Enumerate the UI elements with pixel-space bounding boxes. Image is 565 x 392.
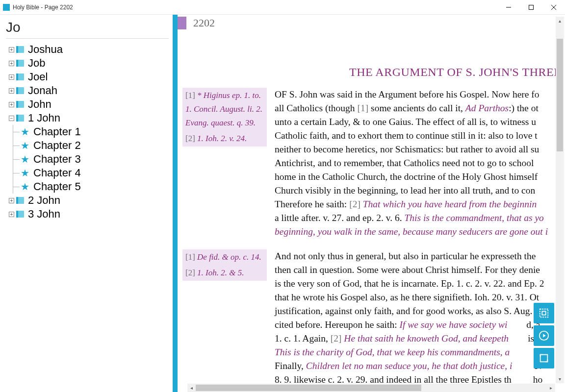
scroll-down-icon[interactable]: ▾ <box>556 375 564 383</box>
svg-marker-9 <box>543 334 546 337</box>
star-icon: ★ <box>21 125 29 139</box>
window-titlebar: Holy Bible - Page 2202 <box>0 0 565 15</box>
scroll-up-icon[interactable]: ▴ <box>556 17 564 25</box>
margin-note: [1] De fid. & op. c. 14. <box>182 249 267 265</box>
vertical-scrollbar[interactable]: ▴ ▾ <box>556 17 564 383</box>
svg-rect-10 <box>540 355 548 362</box>
book-icon <box>16 46 24 53</box>
scroll-thumb[interactable] <box>196 385 421 391</box>
expand-icon[interactable]: + <box>9 198 14 203</box>
tree-label: Joel <box>28 70 48 84</box>
book-icon <box>16 74 24 80</box>
tree-label: Chapter 4 <box>33 166 81 180</box>
search-row <box>6 20 169 39</box>
tree-item-1john[interactable]: −1 John <box>6 111 169 125</box>
star-icon: ★ <box>21 166 29 180</box>
book-icon <box>16 115 24 122</box>
layout-button[interactable] <box>534 303 554 323</box>
tree-label: Joshua <box>28 43 63 56</box>
tree-label: Chapter 3 <box>33 152 81 166</box>
star-icon: ★ <box>21 139 29 152</box>
tree-item-joel[interactable]: +Joel <box>6 70 169 84</box>
tree-label: John <box>28 98 51 111</box>
expand-icon[interactable]: + <box>9 88 14 94</box>
horizontal-scrollbar[interactable]: ◂ ▸ <box>187 384 555 392</box>
window-title: Holy Bible - Page 2202 <box>13 4 497 11</box>
tree-item-john[interactable]: +John <box>6 98 169 111</box>
tree-item-3john[interactable]: +3 John <box>6 207 169 221</box>
maximize-button[interactable] <box>520 0 542 15</box>
tree-item-chapter-4[interactable]: ★Chapter 4 <box>6 166 169 180</box>
svg-rect-7 <box>542 311 545 315</box>
minimize-button[interactable] <box>497 0 520 15</box>
tree-item-chapter-2[interactable]: ★Chapter 2 <box>6 139 169 152</box>
scroll-left-icon[interactable]: ◂ <box>187 384 196 392</box>
content-pane: 2202 THE ARGUMENT OF S. JOHN'S THREE [1]… <box>178 15 565 392</box>
scroll-right-icon[interactable]: ▸ <box>547 384 555 392</box>
tree-item-chapter-5[interactable]: ★Chapter 5 <box>6 180 169 194</box>
body-text: OF S. John was said in the Argument befo… <box>271 88 565 239</box>
app-icon <box>3 4 10 11</box>
book-icon <box>16 197 24 204</box>
collapse-icon[interactable]: − <box>9 116 14 121</box>
scroll-thumb[interactable] <box>557 39 563 151</box>
fullscreen-button[interactable] <box>534 348 554 368</box>
star-icon: ★ <box>21 152 29 166</box>
tree-label: 3 John <box>28 207 60 221</box>
tree-item-job[interactable]: +Job <box>6 56 169 70</box>
tree-label: Chapter 1 <box>33 125 81 139</box>
book-tree: +Joshua +Job +Joel +Jonah +John −1 John … <box>6 43 169 221</box>
page-heading: THE ARGUMENT OF S. JOHN'S THREE <box>349 66 565 79</box>
pane-divider[interactable] <box>173 15 178 392</box>
sidebar: +Joshua +Job +Joel +Jonah +John −1 John … <box>0 15 173 392</box>
tree-label: Jonah <box>28 84 57 98</box>
expand-icon[interactable]: + <box>9 47 14 52</box>
tree-item-chapter-1[interactable]: ★Chapter 1 <box>6 125 169 139</box>
close-button[interactable] <box>542 0 565 15</box>
page-number: 2202 <box>193 17 215 29</box>
book-icon <box>16 101 24 108</box>
tree-item-joshua[interactable]: +Joshua <box>6 43 169 56</box>
tree-label: Chapter 5 <box>33 180 81 194</box>
margin-note: [2] 1. Ioh. 2. v. 24. <box>182 131 267 147</box>
book-icon <box>16 87 24 94</box>
tree-item-chapter-3[interactable]: ★Chapter 3 <box>6 152 169 166</box>
tree-item-jonah[interactable]: +Jonah <box>6 84 169 98</box>
book-icon <box>16 60 24 67</box>
expand-icon[interactable]: + <box>9 102 14 107</box>
svg-rect-1 <box>529 5 534 9</box>
svg-rect-6 <box>540 309 548 318</box>
star-icon: ★ <box>21 180 29 194</box>
search-input[interactable] <box>6 20 173 35</box>
play-button[interactable] <box>534 325 554 346</box>
expand-icon[interactable]: + <box>9 61 14 66</box>
body-text: And not only thus in general, but also i… <box>271 249 565 392</box>
tree-label: 2 John <box>28 194 60 207</box>
expand-icon[interactable]: + <box>9 74 14 80</box>
tree-item-2john[interactable]: +2 John <box>6 194 169 207</box>
book-icon <box>16 211 24 218</box>
expand-icon[interactable]: + <box>9 212 14 217</box>
floating-toolbar <box>534 303 554 368</box>
tree-label: Chapter 2 <box>33 139 81 152</box>
tree-label: 1 John <box>28 111 60 125</box>
margin-note: [1] * Higinus ep. 1. to. 1. Concil. Augu… <box>182 88 267 131</box>
tree-label: Job <box>28 56 45 70</box>
page-marker <box>178 17 186 29</box>
margin-note: [2] 1. Ioh. 2. & 5. <box>182 265 267 281</box>
